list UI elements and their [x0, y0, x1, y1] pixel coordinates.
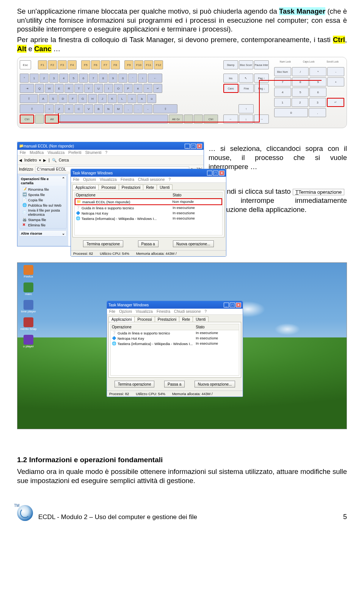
folder-icon [24, 282, 33, 292]
min-icon[interactable]: _ [185, 144, 190, 149]
min-icon[interactable]: _ [207, 171, 212, 176]
new-task-button[interactable]: Nuova operazione... [195, 381, 235, 388]
tm-title: Task Manager Windows [72, 171, 113, 175]
keyboard-diagram: EscF1F2F3F4F5F6F7F8F9F10F11F12 °12345678… [17, 57, 347, 128]
key-canc: Canc [34, 45, 51, 53]
app-icon: 🔷 [112, 336, 116, 340]
key-alt-left: Alt [45, 115, 59, 124]
explorer-title: manuali ECDL (Non risponde) [24, 144, 74, 148]
tm-tabs[interactable]: ApplicazioniProcessiPrestazioniReteUtent… [71, 183, 226, 190]
task-manager-window: Task Manager Windows_□× FileOpzioniVisua… [71, 169, 226, 257]
folder-icon: 📁 [19, 144, 24, 148]
page-number: 5 [343, 513, 347, 521]
forward-icon[interactable]: ▶ [43, 158, 46, 162]
print-icon: 🖨️ [22, 217, 27, 222]
app-icon: 🔷 [76, 211, 80, 215]
paragraph-2: Per aprire la finestra di colloquio di T… [17, 35, 347, 53]
close-icon[interactable]: × [197, 144, 202, 149]
key-ctrl: Ctrl [333, 36, 345, 44]
page-footer: TM ECDL - Modulo 2 – Uso del computer e … [17, 505, 347, 521]
desktop-icon[interactable]: Firefox [20, 265, 37, 282]
tm-row-selected[interactable]: 📁manuali ECDL (Non risponde)Non risponde [75, 198, 222, 205]
max-icon[interactable]: □ [191, 144, 196, 149]
back-icon[interactable]: ◀ [19, 158, 22, 162]
tm-list-header: OperazioneStato [74, 192, 223, 198]
tm-row[interactable]: ❔Guida in linea e supporto tecnicoIn ese… [75, 205, 222, 210]
firefox-icon [24, 265, 33, 275]
desktop-icon[interactable]: o player [20, 335, 37, 351]
switch-to-button[interactable]: Passa a [138, 240, 158, 247]
desktop-screenshot: Firefox marc time player mento Snap o pl… [17, 262, 347, 429]
app-icon [24, 317, 33, 327]
tm-statusbar: Processi: 82Utilizzo CPU: 54%Memoria all… [71, 250, 226, 256]
desktop-icon[interactable]: mento Snap [20, 317, 37, 334]
end-task-button[interactable]: Termina operazione [115, 381, 155, 388]
file-ops-list: 📝Rinomina file ➡️Sposta file 📄Copia file… [19, 187, 66, 227]
expand-icon[interactable]: ⌄ [62, 231, 65, 235]
key-canc-kbd: Canc [223, 84, 238, 93]
new-task-button[interactable]: Nuova operazione... [173, 240, 214, 247]
tm-process-list[interactable]: ❔Guida in linea e supporto tecnicoIn ese… [110, 330, 239, 376]
help-icon: ❔ [112, 331, 116, 335]
max-icon[interactable]: □ [230, 303, 235, 307]
tm-process-list[interactable]: 📁manuali ECDL (Non risponde)Non risponde… [74, 198, 223, 235]
search-icon[interactable]: 🔍 [52, 158, 56, 162]
app-icon [24, 335, 33, 345]
tm-row[interactable]: 🔷Netropa Hot KeyIn esecuzione [111, 336, 239, 341]
explorer-window: 📁manuali ECDL (Non risponde)_□× FileModi… [17, 142, 204, 246]
web-icon: 🌐 [22, 203, 27, 207]
ie-icon: 🌐 [112, 341, 116, 346]
collapse-icon[interactable]: ⌃ [62, 177, 65, 185]
sidenote-2: … quindi si clicca sul tasto TTermina op… [209, 187, 347, 214]
folder-icon: 📁 [77, 199, 81, 204]
min-icon[interactable]: _ [224, 303, 229, 307]
tm-row[interactable]: ❔Guida in linea e supporto tecnicoIn ese… [111, 330, 239, 336]
key-enter-np: ↵ [327, 98, 344, 107]
mail-icon: ✉️ [22, 210, 27, 215]
switch-to-button[interactable]: Passa a [164, 381, 185, 388]
delete-icon: ✖ [22, 223, 27, 227]
end-task-button[interactable]: Termina operazione [83, 240, 123, 247]
termina-button-ref: TTermina operazione [293, 189, 344, 195]
desktop-icon[interactable]: marc [20, 282, 37, 299]
section-heading: 1.2 Informazioni e operazioni fondamenta… [17, 456, 347, 464]
section-paragraph: Vediamo ora in quale modo è possibile ot… [17, 467, 347, 485]
tm-menu[interactable]: FileOpzioniVisualizzaFinestraChiudi sess… [71, 177, 226, 183]
app-icon [24, 300, 33, 310]
tm-row[interactable]: 🌐Tastiera (informatica) - Wikipedia - Wi… [111, 341, 239, 346]
tm-row[interactable]: 🔷Netropa Hot KeyIn esecuzione [75, 210, 222, 216]
paragraph-1: Se un'applicazione rimane bloccata per q… [17, 7, 347, 34]
task-manager-window-2: Task Manager Windows_□× FileOpzioniVisua… [107, 301, 243, 397]
desktop-icons: Firefox marc time player mento Snap o pl… [20, 265, 37, 352]
max-icon[interactable]: □ [213, 171, 218, 176]
close-icon[interactable]: × [236, 303, 241, 307]
rename-icon: 📝 [22, 187, 27, 191]
key-esc: Esc [20, 60, 31, 69]
key-alt: Alt [17, 45, 27, 53]
desktop-icon[interactable]: time player [20, 300, 37, 317]
close-icon[interactable]: × [219, 171, 224, 176]
help-icon: ❔ [76, 206, 80, 210]
move-icon: ➡️ [22, 192, 27, 197]
key-ctrl-left: Ctrl [20, 115, 34, 124]
footer-text: ECDL - Modulo 2 – Uso del computer e ges… [38, 513, 338, 521]
tm-row[interactable]: 🌐Tastiera (informatica) - Wikipedia - Wi… [75, 216, 222, 221]
ie-icon: 🌐 [76, 216, 80, 221]
task-manager-term: Task Manager [279, 7, 325, 15]
ecdl-logo-icon [17, 505, 33, 521]
explorer-menu[interactable]: FileModificaVisualizzaPreferitiStrumenti… [17, 150, 204, 156]
sidenote-1: … si seleziona, cliccandoci sopra con il… [209, 144, 347, 171]
copy-icon: 📄 [22, 198, 27, 202]
